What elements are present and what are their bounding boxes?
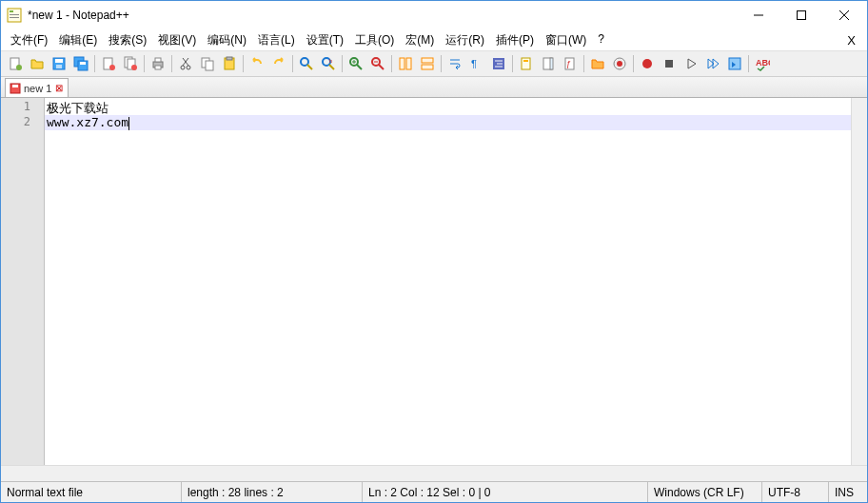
tab-close-icon[interactable]: ⊠ <box>54 84 64 93</box>
app-icon <box>7 8 22 23</box>
svg-text:¶: ¶ <box>471 58 477 69</box>
maximize-button[interactable] <box>779 2 822 29</box>
menu-item[interactable]: 视图(V) <box>152 30 202 50</box>
text-area[interactable]: 极光下载站 www.xz7.com <box>45 98 851 465</box>
doc-map-icon[interactable] <box>538 53 559 74</box>
caret <box>128 117 129 130</box>
svg-point-9 <box>16 65 22 70</box>
horizontal-scrollbar[interactable] <box>1 465 867 481</box>
find-icon[interactable] <box>296 53 317 74</box>
svg-rect-1 <box>10 10 13 12</box>
vertical-scrollbar[interactable] <box>851 98 867 465</box>
menu-item[interactable]: ? <box>592 30 610 50</box>
save-icon[interactable] <box>49 53 69 74</box>
svg-rect-31 <box>227 57 232 60</box>
svg-line-42 <box>379 65 384 69</box>
menu-item[interactable]: 宏(M) <box>400 30 440 50</box>
status-encoding[interactable]: UTF-8 <box>762 482 829 502</box>
close-all-icon[interactable] <box>120 53 141 74</box>
new-file-icon[interactable] <box>5 53 26 74</box>
sync-h-icon[interactable] <box>417 53 438 74</box>
func-list-icon[interactable]: ƒ <box>560 53 581 74</box>
status-eol[interactable]: Windows (CR LF) <box>648 482 762 502</box>
line-number-gutter[interactable]: 1 2 <box>1 98 45 465</box>
line-number: 2 <box>1 115 44 130</box>
status-insert-mode[interactable]: INS <box>829 482 867 502</box>
svg-point-61 <box>642 59 652 68</box>
menu-item[interactable]: 运行(R) <box>440 30 490 50</box>
save-all-icon[interactable] <box>70 53 91 74</box>
menu-item[interactable]: 文件(F) <box>5 30 53 50</box>
menu-item[interactable]: 编辑(E) <box>53 30 103 50</box>
replace-icon[interactable]: b <box>318 53 339 74</box>
svg-rect-53 <box>522 58 530 69</box>
svg-point-32 <box>301 58 308 66</box>
tab-label: new 1 <box>24 83 51 94</box>
play-macro-icon[interactable] <box>681 53 701 74</box>
play-multi-icon[interactable] <box>702 53 723 74</box>
tab-modified-icon <box>10 83 21 94</box>
close-button[interactable] <box>822 2 865 29</box>
svg-line-35 <box>329 65 334 69</box>
text-line: www.xz7.com <box>45 115 851 130</box>
toolbar: b ¶ ƒ ABC <box>1 50 867 77</box>
status-length: length : 28 lines : 2 <box>182 482 363 502</box>
svg-rect-56 <box>550 58 553 69</box>
svg-rect-54 <box>523 60 528 62</box>
svg-point-24 <box>181 66 185 69</box>
paste-icon[interactable] <box>219 53 240 74</box>
print-icon[interactable] <box>148 53 168 74</box>
undo-icon[interactable] <box>247 53 267 74</box>
menu-item[interactable]: 窗口(W) <box>540 30 592 50</box>
all-chars-icon[interactable]: ¶ <box>466 53 487 74</box>
minimize-button[interactable] <box>737 2 779 29</box>
record-macro-icon[interactable] <box>637 53 658 74</box>
save-macro-icon[interactable] <box>724 53 745 74</box>
menu-item[interactable]: 设置(T) <box>301 30 349 50</box>
zoom-in-icon[interactable] <box>345 53 366 74</box>
folder-icon[interactable] <box>587 53 608 74</box>
open-file-icon[interactable] <box>27 53 48 74</box>
svg-rect-29 <box>206 61 213 70</box>
redo-icon[interactable] <box>268 53 289 74</box>
svg-rect-63 <box>729 58 740 69</box>
stop-macro-icon[interactable] <box>659 53 680 74</box>
sync-v-icon[interactable] <box>395 53 416 74</box>
zoom-out-icon[interactable] <box>367 53 388 74</box>
close-file-icon[interactable] <box>98 53 119 74</box>
svg-text:b: b <box>329 58 333 64</box>
svg-point-60 <box>617 61 622 67</box>
text-line: 极光下载站 <box>45 100 851 115</box>
svg-rect-45 <box>406 58 411 69</box>
menu-item[interactable]: 搜索(S) <box>103 30 152 50</box>
menu-item[interactable]: 插件(P) <box>490 30 540 50</box>
copy-icon[interactable] <box>197 53 218 74</box>
svg-rect-46 <box>422 58 433 63</box>
wordwrap-icon[interactable] <box>444 53 465 74</box>
svg-rect-3 <box>10 17 19 18</box>
svg-rect-62 <box>665 60 673 68</box>
svg-rect-5 <box>797 11 805 20</box>
menu-item[interactable]: 编码(N) <box>202 30 252 50</box>
menubar-close-icon[interactable]: X <box>839 33 863 48</box>
status-position: Ln : 2 Col : 12 Sel : 0 | 0 <box>363 482 648 502</box>
udl-icon[interactable] <box>516 53 537 74</box>
spellcheck-icon[interactable]: ABC <box>752 53 773 74</box>
svg-rect-22 <box>155 58 161 62</box>
svg-rect-66 <box>12 85 18 87</box>
svg-line-38 <box>357 65 362 69</box>
menubar: 文件(F)编辑(E)搜索(S)视图(V)编码(N)语言(L)设置(T)工具(O)… <box>1 29 867 50</box>
monitor-icon[interactable] <box>609 53 630 74</box>
svg-rect-23 <box>155 66 161 69</box>
menu-item[interactable]: 工具(O) <box>349 30 400 50</box>
app-window: *new 1 - Notepad++ 文件(F)编辑(E)搜索(S)视图(V)编… <box>0 0 868 503</box>
svg-point-17 <box>109 65 115 70</box>
window-title: *new 1 - Notepad++ <box>28 9 737 22</box>
indent-guide-icon[interactable] <box>488 53 509 74</box>
menu-item[interactable]: 语言(L) <box>252 30 301 50</box>
cut-icon[interactable] <box>175 53 196 74</box>
window-controls <box>737 2 865 29</box>
tab-new1[interactable]: new 1 ⊠ <box>5 78 69 97</box>
titlebar[interactable]: *new 1 - Notepad++ <box>1 1 867 29</box>
svg-rect-47 <box>422 65 433 69</box>
